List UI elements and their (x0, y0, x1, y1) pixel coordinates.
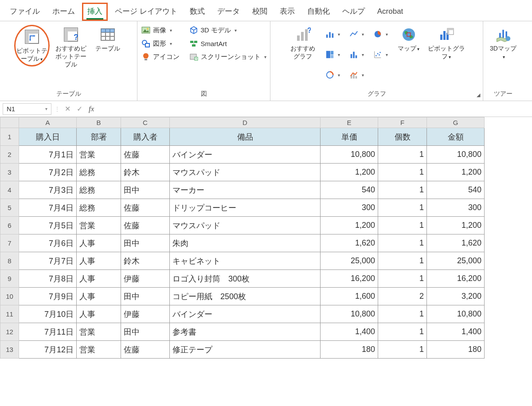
cell-F6[interactable]: 1 (378, 217, 427, 234)
map-chart-button[interactable]: マップ▾ (395, 25, 422, 54)
cell-F8[interactable]: 1 (378, 252, 427, 270)
row-header-3[interactable]: 3 (0, 164, 19, 181)
cell-B12[interactable]: 営業 (77, 323, 121, 341)
row-header-7[interactable]: 7 (0, 234, 19, 252)
row-header-2[interactable]: 2 (0, 146, 19, 164)
cell-D6[interactable]: マウスパッド (170, 217, 321, 234)
cell-C10[interactable]: 田中 (121, 288, 170, 305)
recommended-pivot-button[interactable]: ? おすすめピボットテーブル (53, 25, 89, 70)
cell-D5[interactable]: ドリップコーヒー (170, 199, 321, 217)
cell-B7[interactable]: 人事 (77, 234, 121, 252)
cell-D12[interactable]: 参考書 (170, 323, 321, 341)
cell-D2[interactable]: バインダー (170, 146, 321, 164)
cell-A6[interactable]: 7月5日 (19, 217, 77, 234)
icons-button[interactable]: アイコン (140, 51, 181, 62)
tab-Acrobat[interactable]: Acrobat (372, 4, 409, 20)
cell-D8[interactable]: キャビネット (170, 252, 321, 270)
cell-A8[interactable]: 7月7日 (19, 252, 77, 270)
cell-D10[interactable]: コピー用紙 2500枚 (170, 288, 321, 305)
cell-G7[interactable]: 1,620 (427, 234, 485, 252)
column-header-D[interactable]: D (170, 117, 321, 128)
cell-B5[interactable]: 総務 (77, 199, 121, 217)
cell-B3[interactable]: 総務 (77, 164, 121, 181)
cell-A11[interactable]: 7月10日 (19, 305, 77, 323)
cell-E10[interactable]: 1,600 (321, 288, 378, 305)
cell-F11[interactable]: 1 (378, 305, 427, 323)
tab-自動化[interactable]: 自動化 (302, 3, 335, 21)
pie-chart-button[interactable]: ▾ (371, 25, 391, 43)
cell-F7[interactable]: 1 (378, 234, 427, 252)
cell-E5[interactable]: 300 (321, 199, 378, 217)
tab-数式[interactable]: 数式 (184, 3, 210, 21)
cell-C2[interactable]: 佐藤 (121, 146, 170, 164)
row-header-11[interactable]: 11 (0, 305, 19, 323)
select-all-corner[interactable] (0, 117, 19, 128)
pivot-table-button[interactable]: ピボットテーブル▾ (14, 25, 50, 66)
row-header-5[interactable]: 5 (0, 199, 19, 217)
cell-D1[interactable]: 備品 (170, 128, 321, 146)
tab-ファイル[interactable]: ファイル (4, 3, 45, 21)
row-header-1[interactable]: 1 (0, 128, 19, 146)
tab-校閲[interactable]: 校閲 (247, 3, 273, 21)
smartart-button[interactable]: SmartArt (188, 38, 268, 49)
cell-C13[interactable]: 佐藤 (121, 341, 170, 359)
cell-A1[interactable]: 購入日 (19, 128, 77, 146)
cell-C5[interactable]: 佐藤 (121, 199, 170, 217)
cell-A12[interactable]: 7月11日 (19, 323, 77, 341)
cell-B10[interactable]: 人事 (77, 288, 121, 305)
cell-E12[interactable]: 1,400 (321, 323, 378, 341)
column-header-A[interactable]: A (19, 117, 77, 128)
cell-C7[interactable]: 田中 (121, 234, 170, 252)
cell-C4[interactable]: 田中 (121, 181, 170, 199)
cell-F2[interactable]: 1 (378, 146, 427, 164)
cell-B6[interactable]: 営業 (77, 217, 121, 234)
cell-G4[interactable]: 540 (427, 181, 485, 199)
cell-D7[interactable]: 朱肉 (170, 234, 321, 252)
cell-D4[interactable]: マーカー (170, 181, 321, 199)
cell-E9[interactable]: 16,200 (321, 270, 378, 288)
row-header-9[interactable]: 9 (0, 270, 19, 288)
cell-B13[interactable]: 営業 (77, 341, 121, 359)
cell-A7[interactable]: 7月6日 (19, 234, 77, 252)
cell-G6[interactable]: 1,200 (427, 217, 485, 234)
row-header-12[interactable]: 12 (0, 323, 19, 341)
cell-F1[interactable]: 個数 (378, 128, 427, 146)
cell-B2[interactable]: 営業 (77, 146, 121, 164)
fx-icon[interactable]: fx (87, 105, 96, 113)
tab-ホーム[interactable]: ホーム (47, 3, 80, 21)
tab-挿入[interactable]: 挿入 (82, 3, 108, 21)
cell-E11[interactable]: 10,800 (321, 305, 378, 323)
cell-G8[interactable]: 25,000 (427, 252, 485, 270)
row-header-8[interactable]: 8 (0, 252, 19, 270)
cell-A9[interactable]: 7月8日 (19, 270, 77, 288)
name-box[interactable]: N1 ▾ (3, 103, 51, 115)
cell-E7[interactable]: 1,620 (321, 234, 378, 252)
screenshot-button[interactable]: + スクリーンショット▾ (188, 51, 268, 62)
cell-G11[interactable]: 10,800 (427, 305, 485, 323)
cell-F12[interactable]: 1 (378, 323, 427, 341)
tab-ヘルプ[interactable]: ヘルプ (337, 3, 370, 21)
cell-G2[interactable]: 10,800 (427, 146, 485, 164)
cell-B9[interactable]: 人事 (77, 270, 121, 288)
formula-input[interactable] (98, 103, 529, 115)
column-header-C[interactable]: C (121, 117, 170, 128)
cell-C11[interactable]: 伊藤 (121, 305, 170, 323)
cell-C8[interactable]: 鈴木 (121, 252, 170, 270)
cell-C6[interactable]: 佐藤 (121, 217, 170, 234)
cell-G13[interactable]: 180 (427, 341, 485, 359)
cell-E2[interactable]: 10,800 (321, 146, 378, 164)
cell-E8[interactable]: 25,000 (321, 252, 378, 270)
cell-A5[interactable]: 7月4日 (19, 199, 77, 217)
cell-E6[interactable]: 1,200 (321, 217, 378, 234)
cell-G1[interactable]: 金額 (427, 128, 485, 146)
cell-E13[interactable]: 180 (321, 341, 378, 359)
charts-dialog-launcher[interactable]: ◢ (477, 92, 480, 98)
spreadsheet-grid[interactable]: ABCDEFG1購入日部署購入者備品単価個数金額27月1日営業佐藤バインダー10… (0, 117, 532, 359)
cell-C9[interactable]: 伊藤 (121, 270, 170, 288)
cell-A2[interactable]: 7月1日 (19, 146, 77, 164)
cell-B11[interactable]: 人事 (77, 305, 121, 323)
tab-ページ レイアウト[interactable]: ページ レイアウト (110, 3, 183, 21)
cell-C3[interactable]: 鈴木 (121, 164, 170, 181)
row-header-6[interactable]: 6 (0, 217, 19, 234)
cell-B4[interactable]: 総務 (77, 181, 121, 199)
